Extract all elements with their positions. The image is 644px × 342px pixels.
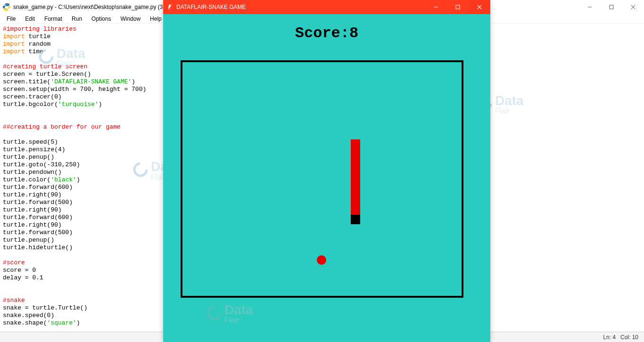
svg-point-0	[5, 4, 6, 5]
game-window: DATAFLAIR-SNAKE GAME Score:8 DataFlair	[163, 0, 490, 342]
idle-window-controls	[579, 0, 644, 14]
game-canvas[interactable]: Score:8 DataFlair	[163, 14, 490, 342]
menu-edit[interactable]: Edit	[20, 15, 40, 23]
snake-head	[351, 215, 360, 224]
snake-body-segment	[351, 158, 360, 168]
menu-format[interactable]: Format	[40, 15, 67, 23]
status-col: Col: 10	[620, 334, 638, 341]
menu-options[interactable]: Options	[87, 15, 116, 23]
svg-rect-3	[610, 5, 613, 9]
svg-point-13	[208, 307, 220, 319]
snake-body-segment	[351, 139, 360, 149]
minimize-button[interactable]	[425, 0, 447, 14]
snake-body-segment	[351, 149, 360, 158]
menu-window[interactable]: Window	[116, 15, 145, 23]
snake-body-segment	[351, 177, 360, 187]
maximize-button[interactable]	[447, 0, 469, 14]
score-label: Score:8	[163, 24, 490, 42]
close-button[interactable]	[622, 0, 644, 14]
python-file-icon	[3, 3, 10, 11]
snake-body-segment	[351, 168, 360, 177]
snake-body-segment	[351, 205, 360, 215]
game-titlebar: DATAFLAIR-SNAKE GAME	[163, 0, 490, 14]
menu-file[interactable]: File	[2, 15, 20, 23]
status-line: Ln: 4	[603, 334, 616, 341]
svg-point-1	[8, 9, 8, 10]
watermark: DataFlair	[206, 303, 253, 324]
svg-rect-10	[456, 5, 460, 9]
snake-body-segment	[351, 187, 360, 196]
game-window-controls	[425, 0, 490, 14]
game-title-text: DATAFLAIR-SNAKE GAME	[176, 4, 425, 10]
snake-body-segment	[351, 196, 360, 205]
menu-run[interactable]: Run	[67, 15, 87, 23]
minimize-button[interactable]	[579, 0, 601, 14]
maximize-button[interactable]	[601, 0, 622, 14]
close-button[interactable]	[469, 0, 490, 14]
tk-feather-icon	[166, 3, 173, 11]
food-dot	[317, 255, 326, 265]
